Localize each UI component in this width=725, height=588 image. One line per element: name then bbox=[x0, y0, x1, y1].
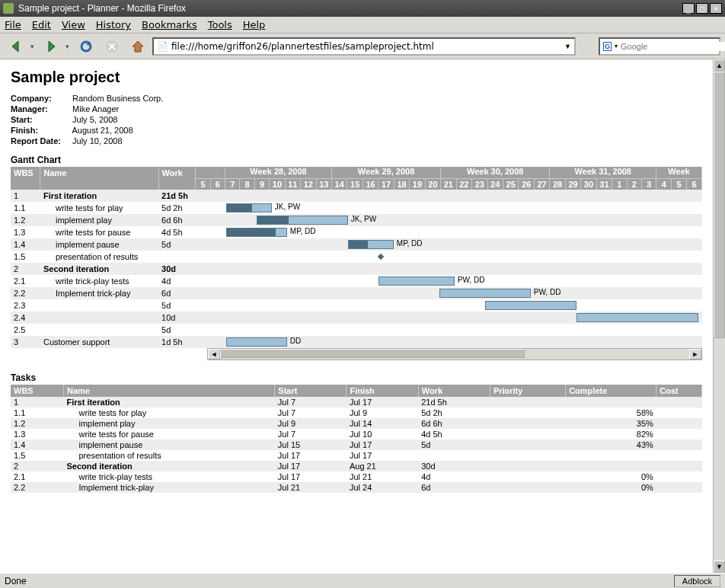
gantt-bar bbox=[485, 301, 576, 310]
toolbar: ▾ ▾ 📄 ▼ G ▾ 🔍 bbox=[0, 34, 725, 59]
gantt-bar-label: JK, PW bbox=[351, 215, 376, 223]
gantt-row: 2.1write trick-play tests4dPW, DD bbox=[11, 275, 702, 287]
gantt-bar-label: PW, DD bbox=[458, 276, 485, 284]
gantt-bar-label: MP, DD bbox=[290, 227, 316, 235]
gantt-row: 2.410d bbox=[11, 312, 702, 324]
scroll-right-icon[interactable]: ► bbox=[689, 349, 701, 360]
gantt-row: 1.4implement pause5dMP, DD bbox=[11, 238, 702, 251]
svg-marker-1 bbox=[49, 41, 55, 52]
scroll-up-icon[interactable]: ▲ bbox=[714, 59, 725, 72]
page-title: Sample project bbox=[11, 69, 702, 86]
reload-button[interactable] bbox=[75, 36, 97, 57]
gantt-bar bbox=[226, 337, 287, 347]
svg-marker-7 bbox=[133, 41, 143, 52]
menu-view[interactable]: View bbox=[62, 19, 85, 30]
window-title: Sample project - Planner - Mozilla Firef… bbox=[18, 3, 186, 14]
gantt-row: 1.1write tests for play5d 2hJK, PW bbox=[11, 202, 702, 214]
task-row: 1.2implement playJul 9Jul 146d 6h35% bbox=[11, 418, 702, 429]
page: Sample project Company: Random Business … bbox=[0, 59, 713, 573]
gantt-bar bbox=[257, 216, 348, 225]
task-row: 2.2Implement trick-playJul 21Jul 246d0% bbox=[11, 482, 702, 493]
home-button[interactable] bbox=[126, 36, 149, 57]
maximize-button[interactable]: □ bbox=[696, 3, 708, 14]
gantt-bar-label: MP, DD bbox=[397, 239, 423, 248]
searchbar[interactable]: G ▾ 🔍 bbox=[599, 37, 720, 56]
task-row: 1.5presentation of resultsJul 17Jul 17 bbox=[11, 450, 702, 461]
meta-start: July 5, 2008 bbox=[72, 115, 117, 124]
menu-tools[interactable]: Tools bbox=[208, 19, 232, 30]
urlbar[interactable]: 📄 ▼ bbox=[152, 37, 576, 56]
search-dropdown[interactable]: ▾ bbox=[615, 43, 618, 50]
gantt-row: 2.35d bbox=[11, 299, 702, 312]
meta-finish: August 21, 2008 bbox=[72, 126, 133, 135]
milestone-icon bbox=[378, 254, 384, 260]
url-input[interactable] bbox=[171, 41, 561, 52]
tasks-table: WBSNameStartFinishWorkPriorityCompleteCo… bbox=[11, 385, 702, 493]
gantt-hscroll[interactable]: ◄ ► bbox=[207, 348, 702, 360]
gantt-bar bbox=[226, 228, 287, 237]
meta-report-label: Report Date: bbox=[11, 136, 70, 145]
vertical-scrollbar[interactable]: ▲ ▼ bbox=[713, 59, 725, 573]
meta-report: July 10, 2008 bbox=[72, 136, 122, 145]
stop-button bbox=[101, 36, 123, 57]
menu-file[interactable]: File bbox=[5, 19, 21, 30]
gantt-bar bbox=[378, 276, 455, 286]
vscroll-thumb[interactable] bbox=[714, 72, 725, 338]
meta-finish-label: Finish: bbox=[11, 126, 70, 135]
scroll-down-icon[interactable]: ▼ bbox=[714, 561, 725, 573]
gantt-row: 2.55d bbox=[11, 324, 702, 336]
content-area: Sample project Company: Random Business … bbox=[0, 59, 725, 573]
titlebar: Sample project - Planner - Mozilla Firef… bbox=[0, 0, 725, 17]
search-engine-icon[interactable]: G bbox=[603, 42, 612, 51]
gantt-heading: Gantt Chart bbox=[11, 155, 702, 165]
project-meta: Company: Random Business Corp. Manager: … bbox=[11, 94, 702, 145]
gantt-row: 2Second iteration30d bbox=[11, 263, 702, 275]
scroll-thumb[interactable] bbox=[220, 349, 525, 358]
meta-company: Random Business Corp. bbox=[72, 94, 163, 103]
forward-dropdown[interactable]: ▾ bbox=[65, 43, 72, 50]
gantt-bar-label: JK, PW bbox=[275, 203, 300, 211]
gantt-row: 1First iteration21d 5h bbox=[11, 190, 702, 202]
gantt-bar bbox=[226, 203, 272, 213]
gantt-row: 1.3write tests for pause4d 5hMP, DD bbox=[11, 226, 702, 238]
meta-start-label: Start: bbox=[11, 115, 70, 124]
gantt-row: 1.2implement play6d 6hJK, PW bbox=[11, 214, 702, 226]
app-icon bbox=[3, 3, 14, 14]
menu-history[interactable]: History bbox=[96, 19, 131, 30]
task-row: 1.3write tests for pauseJul 7Jul 104d 5h… bbox=[11, 429, 702, 439]
back-button[interactable] bbox=[5, 36, 27, 57]
url-dropdown[interactable]: ▼ bbox=[564, 43, 571, 50]
gantt-bar bbox=[348, 240, 394, 249]
menu-help[interactable]: Help bbox=[243, 19, 266, 30]
meta-manager: Mike Anager bbox=[72, 104, 119, 113]
adblock-indicator[interactable]: Adblock bbox=[674, 575, 720, 587]
meta-company-label: Company: bbox=[11, 94, 70, 103]
tasks-heading: Tasks bbox=[11, 372, 702, 383]
gantt-bar-label: DD bbox=[290, 337, 301, 345]
gantt-row: 2.2Implement trick-play6dPW, DD bbox=[11, 287, 702, 299]
scroll-left-icon[interactable]: ◄ bbox=[208, 349, 220, 360]
minimize-button[interactable]: _ bbox=[682, 3, 695, 14]
status-text: Done bbox=[5, 576, 27, 586]
gantt-table: WBSNameWorkWeek 28, 2008Week 29, 2008Wee… bbox=[11, 167, 702, 348]
forward-button[interactable] bbox=[40, 36, 62, 57]
meta-manager-label: Manager: bbox=[11, 104, 70, 113]
gantt-bar bbox=[439, 289, 531, 298]
menu-bookmarks[interactable]: Bookmarks bbox=[142, 19, 197, 30]
page-icon: 📄 bbox=[157, 41, 168, 52]
svg-marker-0 bbox=[12, 41, 18, 52]
back-dropdown[interactable]: ▾ bbox=[30, 43, 37, 50]
gantt-bar bbox=[576, 313, 698, 322]
task-row: 2.1write trick-play testsJul 17Jul 214d0… bbox=[11, 471, 702, 482]
search-input[interactable] bbox=[621, 42, 725, 51]
task-row: 1.4implement pauseJul 15Jul 175d43% bbox=[11, 439, 702, 450]
gantt-row: 3Customer support1d 5hDD bbox=[11, 336, 702, 348]
statusbar: Done Adblock bbox=[0, 573, 725, 588]
task-row: 1First iterationJul 7Jul 1721d 5h bbox=[11, 397, 702, 407]
close-button[interactable]: × bbox=[710, 3, 722, 14]
menu-edit[interactable]: Edit bbox=[32, 19, 51, 30]
gantt-bar-label: PW, DD bbox=[534, 288, 561, 296]
go-button[interactable] bbox=[579, 36, 596, 57]
menubar: File Edit View History Bookmarks Tools H… bbox=[0, 17, 725, 34]
task-row: 1.1write tests for playJul 7Jul 95d 2h58… bbox=[11, 407, 702, 418]
